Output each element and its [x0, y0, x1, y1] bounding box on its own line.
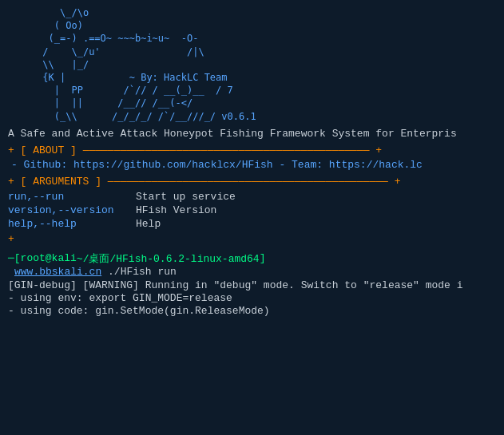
tagline: A Safe and Active Attack Honeypot Fishin…: [8, 128, 496, 140]
arguments-label: + [ ARGUMENTS ]: [8, 176, 101, 188]
arg-row-run: run,--run Start up service: [8, 191, 496, 203]
url-line-row: www.bbskali.cn ./HFish run: [11, 266, 496, 278]
prompt-cmd-prefix: ./HFish run: [108, 266, 177, 278]
code-line: - using code: gin.SetMode(gin.ReleaseMod…: [8, 305, 496, 317]
ascii-art-logo: \_/\o ( Oo) (_=-) .==O~ ~~~b~i~u~ -O- / …: [8, 6, 496, 123]
prompt-close-bracket: ]: [260, 252, 266, 264]
arguments-divider: ————————————————————————————————————————…: [108, 176, 388, 188]
arguments-block: run,--run Start up service version,--ver…: [8, 191, 496, 230]
arg-cmd-help: help,--help: [8, 218, 136, 230]
about-divider: ————————————————————————————————————————…: [83, 144, 370, 156]
terminal-window: \_/\o ( Oo) (_=-) .==O~ ~~~b~i~u~ -O- / …: [0, 0, 504, 435]
url-label: www.bbskali.cn: [14, 266, 101, 278]
github-info-line: - Github: https://github.com/hacklcx/HFi…: [11, 159, 496, 171]
about-section-header: + [ ABOUT ] ————————————————————————————…: [8, 144, 496, 156]
arg-desc-help: Help: [136, 218, 161, 230]
about-plus-right: +: [375, 144, 382, 156]
arguments-plus-right: +: [395, 176, 401, 188]
prompt-open-bracket: ─[: [8, 252, 21, 264]
arg-desc-run: Start up service: [136, 191, 236, 203]
env-line: - using env: export GIN_MODE=release: [8, 292, 496, 304]
prompt-user-host: root@kali: [21, 252, 77, 264]
arg-cmd-run: run,--run: [8, 191, 136, 203]
arguments-section-header: + [ ARGUMENTS ] ————————————————————————…: [8, 176, 496, 188]
about-label: + [ ABOUT ]: [8, 144, 77, 156]
prompt-path: ~/桌面/HFish-0.6.2-linux-amd64: [77, 251, 260, 266]
arg-row-help: help,--help Help: [8, 218, 496, 230]
bottom-divider: +: [8, 233, 496, 245]
arg-cmd-version: version,--version: [8, 204, 136, 216]
gin-debug-line: [GIN-debug] [WARNING] Running in "debug"…: [8, 279, 496, 291]
prompt-line: ─[ root@kali ~/桌面/HFish-0.6.2-linux-amd6…: [8, 251, 496, 266]
arg-row-version: version,--version HFish Version: [8, 204, 496, 216]
arg-desc-version: HFish Version: [136, 204, 216, 216]
